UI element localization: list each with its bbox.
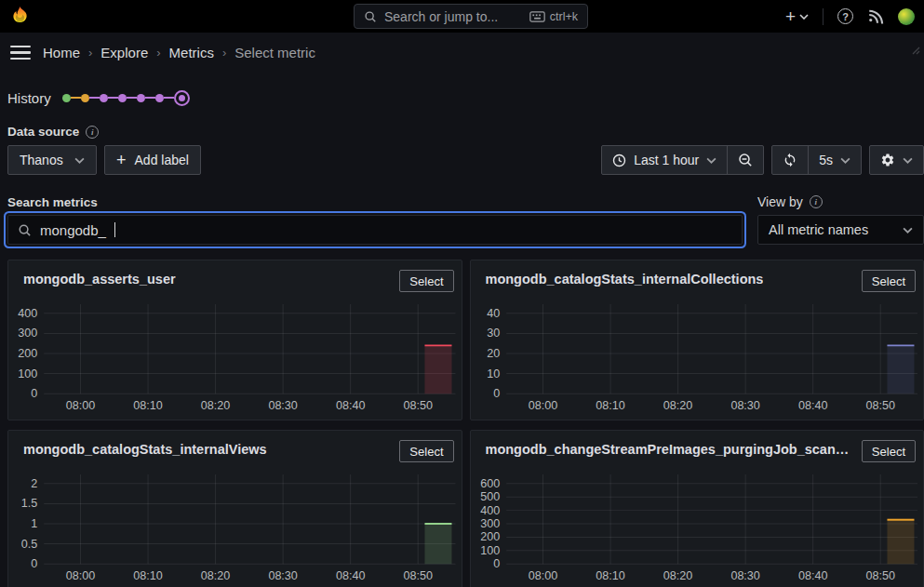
svg-text:1: 1: [31, 517, 37, 530]
global-search-input[interactable]: Search or jump to... ctrl+k: [354, 4, 588, 29]
svg-text:100: 100: [18, 367, 37, 380]
datasource-label-row: Data source i: [7, 125, 924, 139]
clock-icon: [612, 153, 626, 167]
time-range-value: Last 1 hour: [634, 153, 699, 167]
metric-search-input[interactable]: mongodb_: [7, 215, 743, 245]
search-row: Search metrics mongodb_ View by i All me…: [7, 194, 924, 245]
history-connector: [71, 97, 81, 100]
datasource-value: Thanos: [20, 153, 63, 167]
history-node[interactable]: [62, 94, 71, 102]
refresh-interval-picker[interactable]: 5s: [808, 146, 861, 174]
search-icon: [364, 10, 377, 23]
svg-text:100: 100: [480, 544, 500, 557]
history-node-current[interactable]: [174, 90, 190, 106]
svg-text:0: 0: [31, 557, 37, 570]
history-row: History: [7, 88, 924, 107]
history-node[interactable]: [100, 94, 108, 102]
svg-text:08:40: 08:40: [336, 569, 366, 582]
info-icon[interactable]: i: [810, 195, 823, 208]
view-by-select[interactable]: All metric names: [757, 215, 924, 245]
panel-header: mongodb_changeStreamPreImages_purgingJob…: [471, 431, 924, 462]
metric-panel: mongodb_changeStreamPreImages_purgingJob…: [470, 430, 924, 587]
select-metric-button[interactable]: Select: [862, 270, 916, 292]
add-label-text: Add label: [135, 153, 189, 167]
text-caret: [114, 222, 116, 237]
svg-text:08:20: 08:20: [201, 569, 231, 582]
history-node[interactable]: [155, 94, 164, 102]
select-metric-button[interactable]: Select: [862, 440, 916, 462]
svg-text:08:00: 08:00: [528, 569, 557, 582]
view-by-label: View by: [757, 194, 803, 209]
time-range-group: Last 1 hour: [601, 145, 764, 175]
select-metric-button[interactable]: Select: [399, 270, 453, 292]
time-controls: Last 1 hour: [601, 145, 924, 175]
metric-chart[interactable]: 400300200100008:0008:1008:2008:3008:4008…: [14, 295, 456, 416]
panel-header: mongodb_catalogStats_internalCollections…: [471, 260, 924, 292]
datasource-label: Data source: [7, 125, 79, 139]
refresh-icon: [783, 153, 797, 167]
metric-chart[interactable]: 40302010008:0008:1008:2008:3008:4008:50: [476, 295, 918, 416]
refresh-button[interactable]: [772, 146, 808, 174]
history-track: [62, 90, 190, 106]
svg-text:08:10: 08:10: [133, 569, 163, 582]
datasource-picker[interactable]: Thanos: [7, 145, 97, 175]
svg-text:400: 400: [18, 307, 37, 320]
breadcrumb-select-metric: Select metric: [234, 45, 315, 60]
panel-header: mongodb_catalogStats_internalViewsSelect: [8, 431, 462, 462]
svg-text:20: 20: [487, 347, 500, 360]
chevron-down-icon: [903, 157, 913, 164]
zoom-out-time-button[interactable]: [727, 146, 763, 174]
panel-title: mongodb_catalogStats_internalCollections: [486, 272, 764, 287]
time-range-picker[interactable]: Last 1 hour: [602, 146, 727, 174]
panel-title: mongodb_catalogStats_internalViews: [23, 442, 267, 457]
history-node[interactable]: [137, 94, 145, 102]
metric-panel: mongodb_asserts_userSelect40030020010000…: [7, 260, 462, 420]
search-metrics-label: Search metrics: [7, 195, 98, 209]
info-icon[interactable]: i: [86, 126, 99, 139]
svg-text:0: 0: [493, 557, 500, 570]
svg-text:08:10: 08:10: [596, 399, 625, 412]
breadcrumb-metrics[interactable]: Metrics: [169, 45, 214, 60]
svg-text:08:40: 08:40: [797, 569, 827, 582]
corner-grip-icon: [911, 46, 920, 55]
chevron-down-icon: [706, 157, 716, 164]
question-mark-icon: ?: [842, 11, 849, 22]
svg-text:1.5: 1.5: [21, 497, 38, 510]
settings-button[interactable]: [870, 146, 923, 174]
history-node[interactable]: [118, 94, 127, 102]
svg-text:08:40: 08:40: [336, 399, 366, 412]
metric-panel: mongodb_catalogStats_internalCollections…: [470, 260, 924, 420]
view-by-value: All metric names: [769, 222, 868, 237]
zoom-out-icon: [738, 153, 753, 167]
svg-text:30: 30: [487, 327, 500, 340]
breadcrumb-explore[interactable]: Explore: [100, 45, 148, 60]
menu-toggle-button[interactable]: [4, 36, 37, 70]
new-menu-button[interactable]: +: [785, 7, 809, 25]
svg-text:2: 2: [31, 477, 37, 490]
breadcrumb: Home › Explore › Metrics › Select metric: [43, 45, 315, 60]
svg-text:08:20: 08:20: [201, 399, 231, 412]
svg-text:08:20: 08:20: [663, 399, 692, 412]
select-metric-button[interactable]: Select: [399, 440, 453, 462]
history-connector: [145, 97, 155, 100]
add-label-button[interactable]: + Add label: [104, 145, 201, 175]
metric-chart[interactable]: 600500400300200100008:0008:1008:2008:300…: [476, 465, 918, 586]
refresh-interval-value: 5s: [819, 153, 833, 167]
news-rss-icon[interactable]: [867, 8, 884, 25]
svg-text:0: 0: [493, 387, 500, 400]
user-avatar[interactable]: [898, 8, 915, 25]
svg-text:0.5: 0.5: [21, 538, 38, 551]
svg-text:08:20: 08:20: [663, 569, 692, 582]
plus-icon: +: [785, 7, 796, 25]
svg-text:0: 0: [31, 387, 37, 400]
svg-text:08:30: 08:30: [268, 399, 298, 412]
svg-text:08:40: 08:40: [797, 399, 827, 412]
history-connector: [108, 97, 118, 100]
history-node[interactable]: [81, 94, 89, 102]
help-button[interactable]: ?: [837, 8, 853, 24]
chevron-down-icon: [840, 157, 850, 164]
search-metrics-column: Search metrics mongodb_: [7, 194, 743, 245]
metric-chart[interactable]: 21.510.5008:0008:1008:2008:3008:4008:50: [14, 465, 456, 586]
breadcrumb-home[interactable]: Home: [43, 45, 80, 60]
grafana-logo-icon[interactable]: [9, 6, 31, 27]
